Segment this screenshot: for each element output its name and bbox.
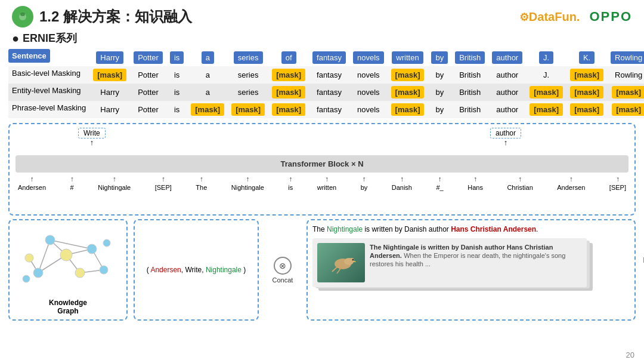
author-label-box: author	[490, 128, 521, 139]
token-fantasy: fantasy	[312, 51, 346, 64]
phrase-fantasy: fantasy	[314, 103, 345, 116]
token-nightingale1: ↑ Nightingale	[98, 175, 131, 191]
triple-box: ( Andersen, Write, Nightingale )	[134, 219, 259, 321]
token-sep2: ↑ [SEP]	[609, 175, 626, 191]
svg-point-18	[25, 254, 33, 262]
phrase-potter: Potter	[135, 103, 162, 116]
token-hash1: ↑ #	[70, 175, 74, 191]
phrase-harry: Harry	[97, 103, 122, 116]
entity-harry: Harry	[97, 86, 122, 99]
table-row-entity: Entity-level Masking Harry Potter is a s…	[8, 84, 644, 101]
kg-label: KnowledgeGraph	[14, 299, 122, 315]
svg-line-8	[50, 240, 92, 249]
transformer-diagram: Write ↑ author ↑ Transformer Block × N ↑…	[8, 123, 636, 216]
basic-label: Basic-level Masking	[8, 66, 84, 80]
svg-point-2	[20, 13, 25, 16]
token-hash2: ↑ #_	[436, 175, 443, 191]
sentence-display: The Nightingale is written by Danish aut…	[312, 225, 630, 233]
token-by: by	[431, 51, 448, 64]
svg-point-17	[100, 266, 108, 274]
token-the: ↑ The	[196, 175, 207, 191]
svg-point-13	[45, 235, 55, 245]
token-andersen2: ↑ Andersen	[557, 175, 585, 191]
header-left: 1.2 解决方案：知识融入	[12, 6, 192, 27]
entity-potter: Potter	[135, 86, 162, 99]
ernie-table: Sentence Harry Potter is a series of fan…	[8, 49, 644, 118]
entity-by: by	[432, 86, 447, 99]
svg-point-14	[87, 244, 97, 254]
triple-andersen: Andersen	[150, 266, 181, 274]
triple-nightingale: Nightingale	[206, 266, 242, 274]
card-front: The Nightingale is written by Danish aut…	[312, 238, 587, 287]
card-text-area: The Nightingale is written by Danish aut…	[370, 243, 582, 268]
write-arrow-up: ↑	[90, 139, 94, 146]
svg-line-7	[38, 240, 50, 273]
svg-point-19	[23, 275, 30, 282]
token-british: British	[455, 51, 485, 64]
entity-mask1: [mask]	[272, 86, 305, 99]
basic-potter: Potter	[135, 69, 162, 81]
knowledge-graph-box: KnowledgeGraph	[8, 219, 128, 321]
subtitle-text: ERNIE系列	[23, 31, 77, 45]
basic-mask4: [mask]	[570, 69, 603, 81]
entity-is: is	[171, 86, 182, 99]
phrase-label: Phrase-level Masking	[8, 101, 89, 115]
token-series: series	[234, 51, 263, 64]
token-novels: novels	[353, 51, 384, 64]
phrase-is: is	[171, 103, 182, 116]
token-author: author	[492, 51, 522, 64]
basic-author: author	[493, 69, 521, 81]
bird-image	[317, 243, 365, 282]
token-j: J.	[539, 51, 553, 64]
phrase-mask3: [mask]	[272, 103, 305, 116]
token-k: K.	[579, 51, 595, 64]
svg-point-16	[75, 268, 85, 278]
svg-point-12	[60, 249, 72, 261]
basic-is: is	[171, 69, 182, 81]
entity-mask5: [mask]	[612, 86, 644, 99]
concat-box: ⊗ Concat	[265, 219, 301, 321]
basic-j: J.	[540, 69, 552, 81]
header-right: ⚙DataFun. OPPO	[519, 9, 632, 24]
sentence-box: The Nightingale is written by Danish aut…	[306, 219, 636, 321]
basic-mask1: [mask]	[93, 69, 126, 81]
entity-novels: novels	[354, 86, 383, 99]
phrase-mask4: [mask]	[391, 103, 425, 116]
token-of: of	[281, 51, 296, 64]
entity-mask4: [mask]	[570, 86, 603, 99]
sentence-label: Sentence	[8, 49, 50, 63]
bird-svg	[326, 251, 356, 275]
phrase-by: by	[432, 103, 447, 116]
phrase-novels: novels	[354, 103, 383, 116]
logo-icon	[12, 6, 33, 27]
entity-mask2: [mask]	[391, 86, 425, 99]
table-row-basic: Basic-level Masking [mask] Potter is a s…	[8, 66, 644, 84]
token-written: written	[392, 51, 423, 64]
phrase-mask7: [mask]	[612, 103, 644, 116]
write-label-box: Write	[78, 128, 106, 139]
oppo-logo: OPPO	[589, 9, 632, 24]
phrase-mask2: [mask]	[231, 103, 265, 116]
svg-point-15	[33, 268, 43, 278]
token-danish: ↑ Danish	[392, 175, 412, 191]
entity-a: a	[203, 86, 213, 99]
author-label-container: author ↑	[490, 128, 521, 146]
transformer-tokens-row: ↑ Andersen ↑ # ↑ Nightingale ↑ [SEP] ↑ T…	[16, 175, 628, 191]
token-hans: ↑ Hans	[467, 175, 483, 191]
token-potter: Potter	[134, 51, 163, 64]
entity-author: author	[493, 86, 521, 99]
token-is2: ↑ is	[288, 175, 293, 191]
page-number: 20	[626, 350, 634, 359]
nightingale-green: Nightingale	[327, 225, 363, 233]
basic-series: series	[235, 69, 262, 81]
entity-label: Entity-level Masking	[8, 84, 85, 97]
token-is: is	[170, 51, 184, 64]
token-christian: ↑ Christian	[507, 175, 532, 191]
token-a: a	[202, 51, 214, 64]
phrase-mask1: [mask]	[191, 103, 224, 116]
entity-mask3: [mask]	[530, 86, 563, 99]
basic-a: a	[203, 69, 213, 81]
basic-rowling: Rowling	[612, 69, 644, 81]
concat-icon: ⊗	[274, 257, 292, 275]
token-rowling: Rowling	[611, 51, 644, 64]
